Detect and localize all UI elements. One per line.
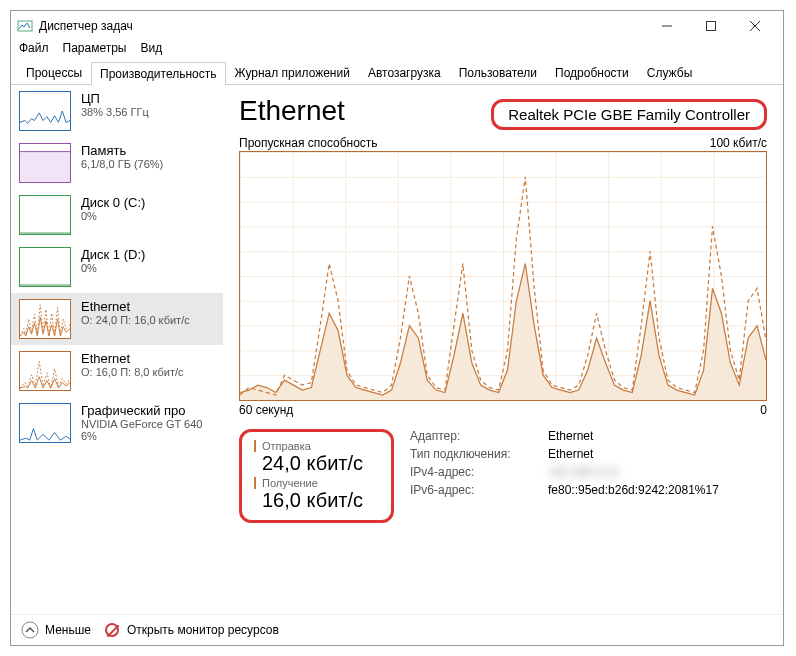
throughput-chart: [239, 151, 767, 401]
svg-point-10: [22, 622, 38, 638]
sidebar-item-sub: 6,1/8,0 ГБ (76%): [81, 158, 163, 170]
resmon-label: Открыть монитор ресурсов: [127, 623, 279, 637]
kv-ipv4-k: IPv4-адрес:: [410, 465, 540, 479]
tab-processes[interactable]: Процессы: [17, 61, 91, 84]
menu-file[interactable]: Файл: [19, 41, 49, 61]
sidebar-item-sub: NVIDIA GeForce GT 640: [81, 418, 202, 430]
sidebar-item-sub: 38% 3,56 ГГц: [81, 106, 149, 118]
svg-marker-9: [240, 264, 766, 400]
sidebar-item-memory[interactable]: Память 6,1/8,0 ГБ (76%): [11, 137, 223, 189]
sidebar-item-sub2: 6%: [81, 430, 202, 442]
sidebar-item-label: Ethernet: [81, 351, 184, 366]
sidebar-item-gpu[interactable]: Графический про NVIDIA GeForce GT 640 6%: [11, 397, 223, 449]
sidebar-item-disk1[interactable]: Диск 1 (D:) 0%: [11, 241, 223, 293]
kv-ipv6-v: fe80::95ed:b26d:9242:2081%17: [548, 483, 719, 497]
menu-view[interactable]: Вид: [140, 41, 162, 61]
kv-conn-k: Тип подключения:: [410, 447, 540, 461]
sidebar-item-label: Диск 1 (D:): [81, 247, 145, 262]
sidebar-item-ethernet-2[interactable]: Ethernet О: 16,0 П: 8,0 кбит/с: [11, 345, 223, 397]
disk1-thumb: [19, 247, 71, 287]
svg-rect-2: [707, 22, 716, 31]
x-axis-left: 60 секунд: [239, 403, 293, 417]
tab-app-history[interactable]: Журнал приложений: [226, 61, 359, 84]
recv-value: 16,0 кбит/с: [254, 489, 379, 512]
tab-strip: Процессы Производительность Журнал прило…: [11, 61, 783, 85]
recv-label: Получение: [254, 477, 379, 489]
page-title: Ethernet: [239, 95, 345, 127]
sidebar-item-label: Память: [81, 143, 163, 158]
sidebar-item-sub: 0%: [81, 210, 145, 222]
menu-options[interactable]: Параметры: [63, 41, 127, 61]
rates-box: Отправка 24,0 кбит/с Получение 16,0 кбит…: [239, 429, 394, 523]
fewer-details-label: Меньше: [45, 623, 91, 637]
tab-services[interactable]: Службы: [638, 61, 701, 84]
chevron-up-icon: [21, 621, 39, 639]
eth2-thumb: [19, 351, 71, 391]
sidebar-item-sub: 0%: [81, 262, 145, 274]
sidebar-item-ethernet-1[interactable]: Ethernet О: 24,0 П: 16,0 кбит/с: [11, 293, 223, 345]
app-icon: [17, 18, 33, 34]
svg-rect-5: [20, 152, 70, 182]
memory-thumb: [19, 143, 71, 183]
x-axis-right: 0: [760, 403, 767, 417]
menubar: Файл Параметры Вид: [11, 41, 783, 61]
sidebar-item-label: Ethernet: [81, 299, 190, 314]
kv-ipv4-v: 192.168.0.10: [548, 465, 719, 479]
close-button[interactable]: [733, 12, 777, 40]
performance-body: ЦП 38% 3,56 ГГц Память 6,1/8,0 ГБ (76%): [11, 85, 783, 614]
send-label: Отправка: [254, 440, 379, 452]
sidebar-item-sub: О: 24,0 П: 16,0 кбит/с: [81, 314, 190, 326]
tab-startup[interactable]: Автозагрузка: [359, 61, 450, 84]
details-grid: Адаптер: Ethernet Тип подключения: Ether…: [410, 429, 719, 497]
disk0-thumb: [19, 195, 71, 235]
sidebar-item-sub: О: 16,0 П: 8,0 кбит/с: [81, 366, 184, 378]
sidebar-item-label: Диск 0 (C:): [81, 195, 145, 210]
throughput-max: 100 кбит/с: [710, 136, 767, 150]
sidebar-item-label: Графический про: [81, 403, 202, 418]
performance-main: Ethernet Realtek PCIe GBE Family Control…: [223, 85, 783, 614]
footer: Меньше Открыть монитор ресурсов: [11, 614, 783, 645]
kv-ipv6-k: IPv6-адрес:: [410, 483, 540, 497]
sidebar-item-cpu[interactable]: ЦП 38% 3,56 ГГц: [11, 85, 223, 137]
throughput-label: Пропускная способность: [239, 136, 378, 150]
tab-users[interactable]: Пользователи: [450, 61, 546, 84]
task-manager-window: Диспетчер задач Файл Параметры Вид Проце…: [10, 10, 784, 646]
eth1-thumb: [19, 299, 71, 339]
kv-conn-v: Ethernet: [548, 447, 719, 461]
performance-sidebar: ЦП 38% 3,56 ГГц Память 6,1/8,0 ГБ (76%): [11, 85, 223, 614]
adapter-name: Realtek PCIe GBE Family Controller: [491, 99, 767, 130]
cpu-thumb: [19, 91, 71, 131]
kv-adapter-k: Адаптер:: [410, 429, 540, 443]
window-title: Диспетчер задач: [39, 19, 645, 33]
open-resource-monitor-link[interactable]: Открыть монитор ресурсов: [103, 621, 279, 639]
tab-performance[interactable]: Производительность: [91, 62, 225, 85]
titlebar: Диспетчер задач: [11, 11, 783, 41]
gpu-thumb: [19, 403, 71, 443]
minimize-button[interactable]: [645, 12, 689, 40]
tab-details[interactable]: Подробности: [546, 61, 638, 84]
maximize-button[interactable]: [689, 12, 733, 40]
sidebar-item-disk0[interactable]: Диск 0 (C:) 0%: [11, 189, 223, 241]
fewer-details-button[interactable]: Меньше: [21, 621, 91, 639]
no-entry-icon: [103, 621, 121, 639]
sidebar-item-label: ЦП: [81, 91, 149, 106]
send-value: 24,0 кбит/с: [254, 452, 379, 475]
kv-adapter-v: Ethernet: [548, 429, 719, 443]
